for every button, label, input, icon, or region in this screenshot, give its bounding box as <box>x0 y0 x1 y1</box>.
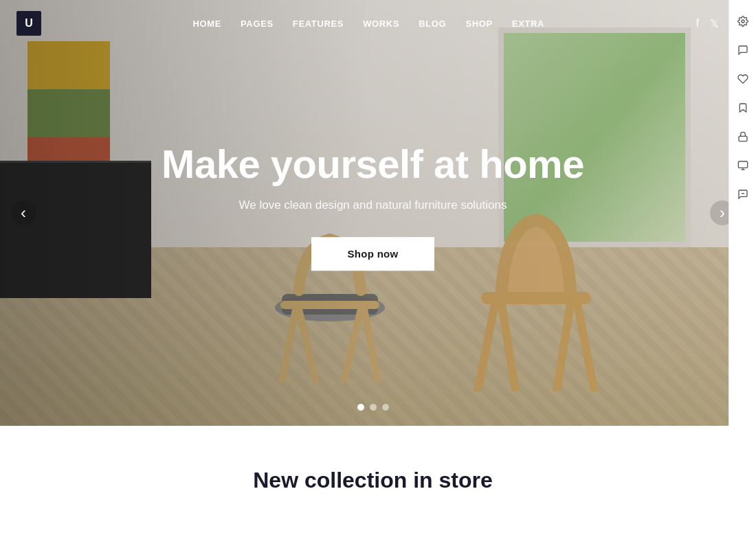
header: U HOME PAGES FEATURES WORKS BLOG SHOP EX… <box>0 0 756 47</box>
collection-title: New collection in store <box>253 468 493 493</box>
monitor-icon[interactable] <box>730 152 756 179</box>
hero-content: Make yourself at home We love clean desi… <box>133 142 614 271</box>
svg-rect-14 <box>738 161 747 168</box>
heart-icon[interactable] <box>730 66 756 92</box>
message-square-icon[interactable] <box>730 181 756 207</box>
main-nav: HOME PAGES FEATURES WORKS BLOG SHOP EXTR… <box>192 19 544 29</box>
slide-dot-2[interactable] <box>370 404 377 411</box>
slide-dots <box>357 404 389 411</box>
bottom-section: New collection in store <box>0 426 746 535</box>
slide-dot-3[interactable] <box>382 404 389 411</box>
chat-icon[interactable] <box>730 37 756 63</box>
hero-subtitle: We love clean design and natural furnitu… <box>133 198 614 212</box>
nav-item-extra[interactable]: EXTRA <box>512 19 544 29</box>
facebook-icon[interactable]: f <box>696 17 699 30</box>
slide-dot-1[interactable] <box>357 404 364 411</box>
hero-section: Make yourself at home We love clean desi… <box>0 0 746 426</box>
nav-item-shop[interactable]: SHOP <box>465 19 492 29</box>
bookmark-icon[interactable] <box>730 95 756 121</box>
nav-item-home[interactable]: HOME <box>192 19 221 29</box>
svg-point-12 <box>742 20 744 23</box>
lock-icon[interactable] <box>730 124 756 150</box>
nav-item-works[interactable]: WORKS <box>363 19 399 29</box>
shop-now-button[interactable]: Shop now <box>311 237 434 271</box>
nav-item-blog[interactable]: BLOG <box>419 19 446 29</box>
twitter-icon[interactable]: 𝕏 <box>710 17 719 30</box>
right-sidebar <box>729 0 756 426</box>
chevron-left-icon: ‹ <box>21 203 26 223</box>
nav-item-features[interactable]: FEATURES <box>293 19 344 29</box>
hero-title: Make yourself at home <box>133 142 614 186</box>
prev-slide-button[interactable]: ‹ <box>11 201 36 225</box>
svg-rect-13 <box>739 136 747 141</box>
settings-icon[interactable] <box>730 8 756 34</box>
logo-text: U <box>25 17 33 30</box>
chevron-right-icon: › <box>720 203 725 223</box>
nav-item-pages[interactable]: PAGES <box>241 19 274 29</box>
logo[interactable]: U <box>16 11 41 36</box>
